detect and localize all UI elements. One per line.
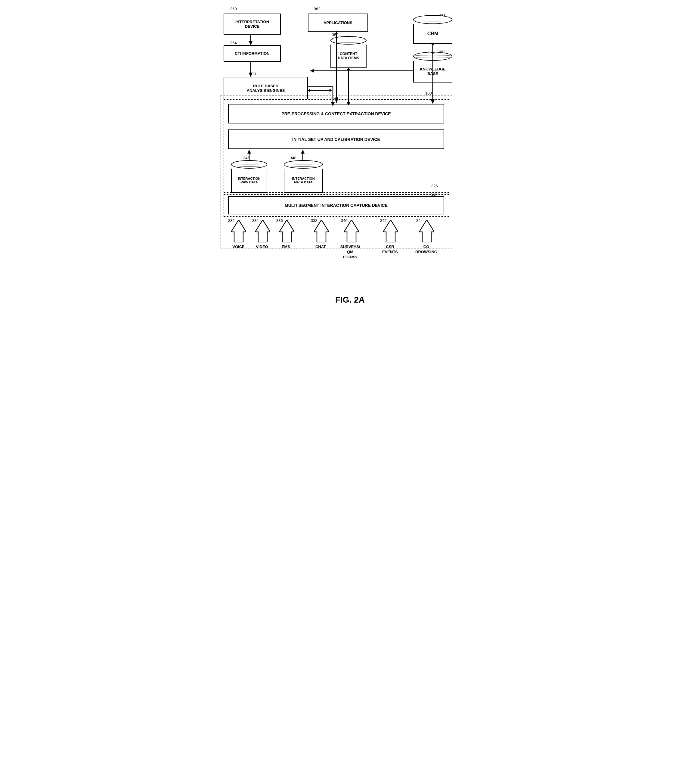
ref-342: 342 [380, 218, 387, 223]
interaction-raw-data-cylinder: INTERACTION RAW DATA [231, 160, 267, 193]
svg-marker-14 [331, 102, 335, 106]
applications-box: APPLICATIONS [308, 14, 368, 32]
multi-segment-box: MULTI SEGMENT INTERACTION CAPTURE DEVICE [228, 196, 444, 214]
ref-338: 338 [311, 218, 318, 223]
svg-marker-19 [310, 69, 314, 72]
ref-336: 336 [276, 218, 283, 223]
chat-label: CHAT [312, 245, 329, 249]
arrow-ems [279, 220, 294, 242]
svg-marker-33 [383, 220, 398, 242]
interpretation-device-box: INTERPRETATION DEVICE [223, 14, 281, 35]
surveys-label: SURVEYS/ QM FORMS [339, 245, 361, 260]
svg-marker-27 [301, 150, 305, 154]
interaction-meta-data-cylinder: INTERACTION META DATA [284, 160, 323, 193]
svg-marker-34 [419, 220, 434, 242]
svg-marker-28 [231, 220, 246, 242]
ref-334: 334 [252, 218, 259, 223]
arrow-cobrowsing [419, 220, 434, 242]
initial-setup-box: INITIAL SET UP AND CALIBRATION DEVICE [228, 129, 444, 149]
diagram: 360 362 INTERPRETATION DEVICE APPLICATIO… [215, 6, 485, 292]
arrow-crm-to-preproc [430, 44, 436, 106]
cobrowsing-label: CO BROWSING [415, 245, 438, 255]
arrow-chat [314, 220, 329, 242]
ref-332: 332 [228, 218, 235, 223]
arrow-cti-to-rule [248, 62, 254, 79]
ref-340: 340 [341, 218, 348, 223]
voice-label: VOICE [230, 245, 247, 249]
arrow-rule-to-preproc [307, 84, 337, 108]
ems-label: EMS [278, 245, 294, 249]
arrow-voice [231, 220, 246, 242]
svg-marker-1 [249, 41, 252, 45]
arrow-meta-to-setup [300, 148, 306, 161]
figure-title: FIG. 2A [335, 295, 365, 305]
arrow-kb-to-rule [308, 68, 414, 74]
svg-marker-31 [314, 220, 329, 242]
arrow-csr [383, 220, 398, 242]
arrow-surveys [344, 220, 359, 242]
arrow-raw-to-setup [246, 148, 252, 161]
svg-marker-30 [279, 220, 294, 242]
arrow-video [255, 220, 270, 242]
arrow-interp-to-cti [248, 35, 254, 47]
ref-348: 348 [290, 156, 296, 160]
svg-marker-29 [255, 220, 270, 242]
svg-marker-11 [347, 102, 350, 105]
ref-364: 364 [230, 41, 237, 45]
cti-information-box: CTI INFORMATION [223, 45, 281, 62]
svg-marker-32 [344, 220, 359, 242]
svg-marker-3 [249, 72, 252, 77]
svg-marker-25 [247, 150, 251, 154]
crm-cylinder: CRM [413, 15, 452, 43]
svg-marker-23 [431, 99, 435, 104]
ref-344: 344 [416, 218, 423, 223]
ref-326: 326 [431, 184, 438, 188]
ref-360: 360 [230, 6, 237, 11]
video-label: VIDEO [254, 245, 270, 249]
csr-label: CSR EVENTS [379, 245, 401, 255]
ref-362: 362 [314, 6, 321, 11]
